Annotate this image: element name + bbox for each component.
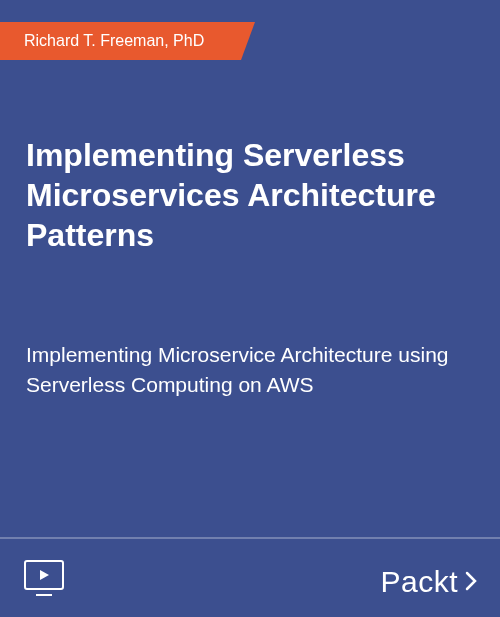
brand-name: Packt <box>380 565 458 599</box>
video-icon <box>22 555 66 599</box>
footer-divider <box>0 537 500 539</box>
author-name: Richard T. Freeman, PhD <box>24 32 204 49</box>
course-title: Implementing Serverless Microservices Ar… <box>26 135 470 255</box>
chevron-right-icon <box>464 565 478 599</box>
course-subtitle: Implementing Microservice Architecture u… <box>26 340 470 401</box>
author-ribbon: Richard T. Freeman, PhD <box>0 22 255 60</box>
brand-logo: Packt <box>380 565 478 599</box>
svg-marker-1 <box>40 570 49 580</box>
